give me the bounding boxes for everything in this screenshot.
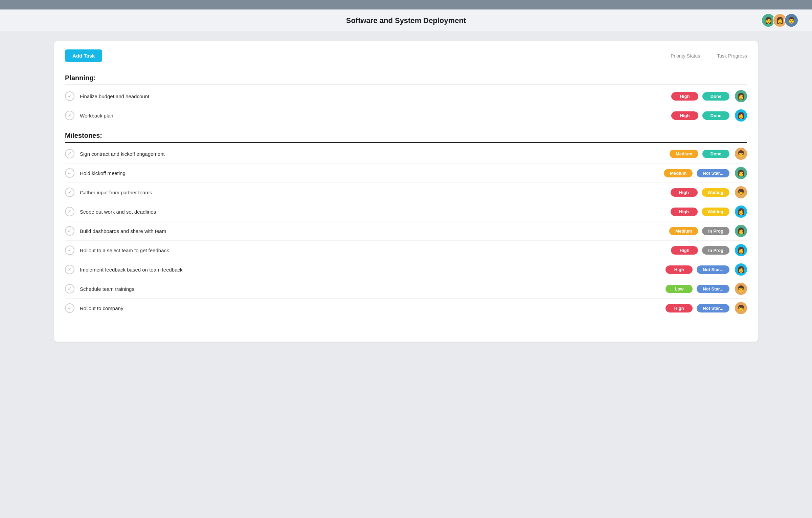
page-title: Software and System Deployment (346, 16, 466, 25)
task-list-0: ✓Finalize budget and headcountHighDone👩✓… (65, 87, 747, 125)
task-name: Schedule team trainings (80, 286, 666, 292)
status-badge[interactable]: Done (702, 111, 729, 120)
page-content: Add Task Priority Status Task Progress P… (0, 31, 812, 352)
task-row: ✓Build dashboards and share with teamMed… (65, 221, 747, 241)
toolbar: Add Task Priority Status Task Progress (65, 49, 747, 67)
task-name: Rollout to company (80, 305, 666, 311)
status-badge[interactable]: Not Star... (697, 265, 729, 274)
task-checkbox[interactable]: ✓ (65, 207, 74, 216)
header: Software and System Deployment 👩👩👨 (0, 9, 812, 31)
priority-badge[interactable]: High (671, 188, 698, 197)
task-badges: MediumDone👦 (670, 148, 747, 160)
task-name: Implement feedback based on team feedbac… (80, 267, 666, 273)
sections-container: Planning:✓Finalize budget and headcountH… (65, 74, 747, 318)
task-checkbox[interactable]: ✓ (65, 226, 74, 236)
priority-badge[interactable]: High (671, 246, 698, 255)
priority-badge[interactable]: High (666, 304, 693, 312)
section-header-1: Milestones: (65, 132, 747, 143)
header-avatar-3: 👨 (784, 13, 798, 27)
task-checkbox[interactable]: ✓ (65, 188, 74, 197)
task-name: Sign contract and kickoff engagement (80, 151, 670, 157)
priority-badge[interactable]: High (666, 265, 693, 274)
task-avatar: 👦 (735, 283, 747, 295)
task-badges: HighNot Star...👦 (666, 302, 747, 314)
task-checkbox[interactable]: ✓ (65, 111, 74, 120)
task-badges: HighDone👩 (671, 90, 747, 102)
task-avatar: 👩 (735, 206, 747, 218)
priority-badge[interactable]: Medium (669, 227, 698, 235)
top-bar (0, 0, 812, 9)
task-checkbox[interactable]: ✓ (65, 91, 74, 101)
task-checkbox[interactable]: ✓ (65, 168, 74, 178)
task-badges: HighWaiting👦 (671, 186, 747, 198)
task-name: Workback plan (80, 113, 671, 118)
main-card: Add Task Priority Status Task Progress P… (54, 41, 758, 342)
task-row: ✓Sign contract and kickoff engagementMed… (65, 144, 747, 164)
task-name: Hold kickoff meeting (80, 170, 664, 176)
task-list-1: ✓Sign contract and kickoff engagementMed… (65, 144, 747, 318)
status-badge[interactable]: Not Star... (697, 285, 729, 293)
task-avatar: 👩 (735, 225, 747, 237)
task-avatar: 👩 (735, 263, 747, 276)
task-row: ✓Hold kickoff meetingMediumNot Star...👩 (65, 164, 747, 183)
status-badge[interactable]: Not Star... (697, 304, 729, 312)
status-badge[interactable]: Not Star... (697, 169, 729, 177)
task-name: Gather input from partner teams (80, 190, 671, 195)
task-avatar: 👩 (735, 244, 747, 256)
section-header-0: Planning: (65, 74, 747, 85)
priority-badge[interactable]: High (671, 111, 698, 120)
task-badges: MediumNot Star...👩 (664, 167, 747, 179)
priority-status-label: Priority Status (671, 53, 700, 59)
task-name: Rollout to a select team to get feedback (80, 247, 671, 253)
task-row: ✓Finalize budget and headcountHighDone👩 (65, 87, 747, 106)
task-row: ✓Workback planHighDone👩 (65, 106, 747, 125)
toolbar-labels: Priority Status Task Progress (671, 53, 747, 59)
task-avatar: 👩 (735, 167, 747, 179)
task-row: ✓Schedule team trainingsLowNot Star...👦 (65, 279, 747, 299)
priority-badge[interactable]: Medium (664, 169, 693, 177)
task-name: Build dashboards and share with team (80, 228, 669, 234)
task-row: ✓Implement feedback based on team feedba… (65, 260, 747, 279)
task-badges: MediumIn Prog👩 (669, 225, 747, 237)
priority-badge[interactable]: High (671, 208, 698, 216)
task-badges: HighWaiting👩 (671, 206, 747, 218)
task-checkbox[interactable]: ✓ (65, 149, 74, 158)
status-badge[interactable]: In Prog (702, 227, 729, 235)
task-badges: HighDone👩 (671, 109, 747, 122)
status-badge[interactable]: Waiting (702, 208, 729, 216)
priority-badge[interactable]: High (671, 92, 698, 101)
task-row: ✓Gather input from partner teamsHighWait… (65, 183, 747, 202)
status-badge[interactable]: Waiting (702, 188, 729, 197)
task-checkbox[interactable]: ✓ (65, 284, 74, 294)
add-task-button[interactable]: Add Task (65, 49, 102, 62)
task-avatar: 👦 (735, 148, 747, 160)
header-avatars: 👩👩👨 (761, 13, 798, 27)
task-row: ✓Scope out work and set deadlinesHighWai… (65, 202, 747, 221)
task-badges: LowNot Star...👦 (666, 283, 747, 295)
task-avatar: 👩 (735, 90, 747, 102)
bottom-divider (65, 328, 747, 328)
task-name: Finalize budget and headcount (80, 93, 671, 99)
status-badge[interactable]: Done (702, 92, 729, 101)
task-progress-label: Task Progress (717, 53, 747, 59)
task-checkbox[interactable]: ✓ (65, 265, 74, 274)
task-row: ✓Rollout to a select team to get feedbac… (65, 241, 747, 260)
priority-badge[interactable]: Medium (670, 150, 698, 158)
task-badges: HighNot Star...👩 (666, 263, 747, 276)
status-badge[interactable]: In Prog (702, 246, 729, 255)
task-row: ✓Rollout to companyHighNot Star...👦 (65, 299, 747, 318)
status-badge[interactable]: Done (702, 150, 729, 158)
task-checkbox[interactable]: ✓ (65, 303, 74, 313)
task-avatar: 👩 (735, 109, 747, 122)
task-badges: HighIn Prog👩 (671, 244, 747, 256)
priority-badge[interactable]: Low (666, 285, 693, 293)
task-avatar: 👦 (735, 186, 747, 198)
task-avatar: 👦 (735, 302, 747, 314)
task-name: Scope out work and set deadlines (80, 209, 671, 215)
task-checkbox[interactable]: ✓ (65, 245, 74, 255)
